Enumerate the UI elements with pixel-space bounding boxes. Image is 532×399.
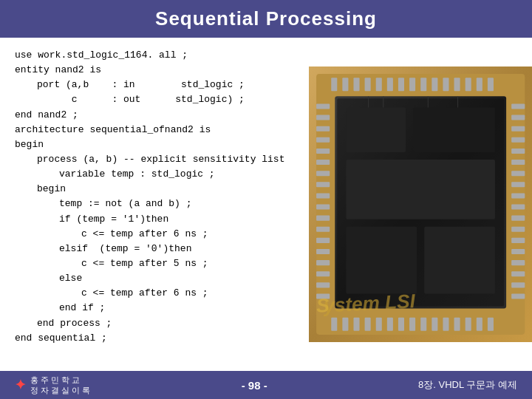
svg-rect-4 — [342, 78, 348, 91]
svg-rect-5 — [353, 78, 359, 91]
code-line-11: temp := not (a and b) ; — [15, 197, 294, 211]
content-area: use work.std_logic_1164. all ; entity na… — [0, 38, 532, 371]
svg-rect-32 — [488, 318, 494, 331]
code-line-19: end process ; — [15, 316, 294, 331]
svg-rect-62 — [511, 227, 525, 232]
footer-chapter: 8장. VHDL 구문과 예제 — [418, 378, 517, 392]
code-line-7: begin — [15, 137, 294, 152]
svg-rect-17 — [488, 78, 494, 91]
slide: Sequential Processing use work.std_logic… — [0, 0, 532, 399]
code-line-10: begin — [15, 182, 294, 197]
svg-text:S: S — [316, 294, 330, 317]
svg-rect-35 — [316, 126, 330, 132]
code-line-3: port (a,b : in std_logic ; — [15, 78, 294, 92]
svg-rect-63 — [511, 238, 525, 243]
chip-image-section: ystem LSI S — [309, 38, 532, 371]
svg-rect-23 — [386, 318, 392, 331]
svg-rect-16 — [476, 78, 482, 91]
code-line-4: c : out std_logic) ; — [15, 92, 294, 107]
svg-rect-31 — [476, 318, 482, 331]
svg-rect-21 — [364, 318, 370, 331]
svg-rect-57 — [511, 171, 525, 176]
code-section: use work.std_logic_1164. all ; entity na… — [0, 38, 309, 371]
svg-rect-45 — [316, 238, 330, 243]
code-line-9: variable temp : std_logic ; — [15, 167, 294, 182]
svg-rect-24 — [398, 318, 404, 331]
svg-rect-61 — [511, 216, 525, 221]
code-line-5: end nand2 ; — [15, 108, 294, 123]
svg-rect-27 — [432, 318, 437, 331]
code-line-8: process (a, b) -- explicit sensitivity l… — [15, 152, 294, 167]
svg-rect-34 — [316, 115, 330, 120]
code-line-16: else — [15, 271, 294, 286]
svg-rect-3 — [331, 78, 337, 91]
svg-rect-30 — [465, 318, 471, 331]
svg-rect-71 — [346, 107, 406, 151]
svg-rect-58 — [511, 182, 525, 187]
code-line-14: elsif (temp = '0')then — [15, 242, 294, 256]
svg-rect-55 — [511, 149, 525, 154]
svg-rect-38 — [316, 160, 330, 165]
svg-rect-67 — [511, 282, 525, 287]
code-line-17: c <= temp after 6 ns ; — [15, 286, 294, 301]
svg-rect-15 — [465, 78, 471, 91]
code-line-2: entity nand2 is — [15, 63, 294, 78]
code-line-12: if (temp = '1')then — [15, 212, 294, 227]
svg-rect-6 — [364, 78, 370, 91]
svg-rect-12 — [432, 78, 437, 91]
footer-school-info: 홍 주 민 학 교 정 자 결 실 이 록 — [30, 375, 90, 396]
school-subtitle: 정 자 결 실 이 록 — [30, 385, 90, 395]
chip-illustration: ystem LSI S — [309, 38, 532, 371]
svg-rect-48 — [316, 271, 330, 276]
code-line-20: end sequential ; — [15, 331, 294, 346]
code-line-1: use work.std_logic_1164. all ; — [15, 48, 294, 63]
school-name: 홍 주 민 학 교 — [30, 375, 90, 385]
svg-rect-72 — [413, 107, 495, 151]
svg-rect-49 — [316, 282, 330, 287]
svg-rect-51 — [511, 103, 525, 109]
svg-rect-29 — [454, 318, 460, 331]
svg-rect-75 — [424, 227, 495, 294]
code-line-18: end if ; — [15, 301, 294, 316]
svg-rect-36 — [316, 137, 330, 143]
svg-rect-14 — [454, 78, 460, 91]
svg-rect-7 — [375, 78, 381, 91]
svg-rect-9 — [398, 78, 404, 91]
svg-rect-10 — [409, 78, 415, 91]
svg-rect-8 — [386, 78, 392, 91]
svg-rect-22 — [375, 318, 381, 331]
svg-rect-54 — [511, 137, 525, 143]
svg-rect-40 — [316, 182, 330, 187]
svg-rect-73 — [346, 160, 495, 219]
svg-rect-53 — [511, 126, 525, 132]
svg-rect-28 — [443, 318, 449, 331]
svg-rect-60 — [511, 205, 525, 210]
footer-logo-icon: ✦ — [15, 377, 26, 393]
code-line-15: c <= temp after 5 ns ; — [15, 256, 294, 271]
svg-rect-11 — [420, 78, 426, 91]
svg-rect-52 — [511, 115, 525, 120]
svg-rect-26 — [420, 318, 426, 331]
svg-rect-66 — [511, 271, 525, 276]
svg-rect-37 — [316, 149, 330, 154]
svg-rect-13 — [443, 78, 449, 91]
svg-rect-68 — [511, 293, 525, 299]
title-bar: Sequential Processing — [0, 0, 532, 38]
svg-rect-18 — [331, 318, 337, 331]
svg-rect-42 — [316, 205, 330, 210]
svg-rect-47 — [316, 260, 330, 265]
svg-rect-41 — [316, 193, 330, 198]
svg-rect-65 — [511, 260, 525, 265]
svg-rect-33 — [316, 103, 330, 109]
svg-rect-64 — [511, 249, 525, 254]
slide-title: Sequential Processing — [0, 7, 532, 30]
code-line-6: architecture sequential_ofnand2 is — [15, 123, 294, 137]
svg-rect-19 — [342, 318, 348, 331]
svg-rect-74 — [346, 227, 417, 294]
footer: ✦ 홍 주 민 학 교 정 자 결 실 이 록 - 98 - 8장. VHDL … — [0, 371, 532, 399]
svg-rect-56 — [511, 160, 525, 165]
svg-rect-25 — [409, 318, 415, 331]
svg-rect-46 — [316, 249, 330, 254]
svg-rect-43 — [316, 216, 330, 221]
footer-page-number: - 98 - — [242, 379, 267, 392]
